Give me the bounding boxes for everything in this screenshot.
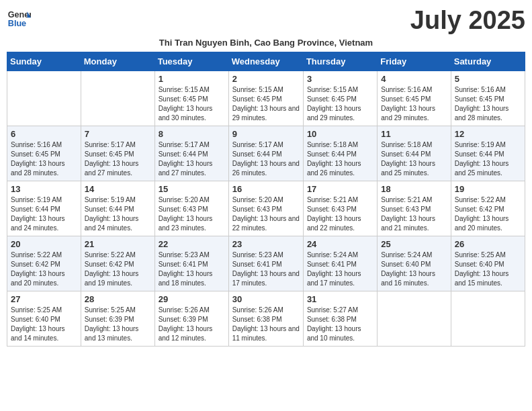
subtitle: Thi Tran Nguyen Binh, Cao Bang Province,…: [7, 38, 525, 48]
weekday-header-saturday: Saturday: [451, 52, 525, 71]
day-number: 9: [232, 129, 300, 139]
calendar-cell: 25Sunrise: 5:24 AM Sunset: 6:40 PM Dayli…: [378, 236, 451, 291]
day-number: 13: [11, 184, 77, 194]
day-number: 21: [85, 239, 151, 249]
day-info: Sunrise: 5:25 AM Sunset: 6:39 PM Dayligh…: [85, 306, 151, 343]
day-number: 30: [232, 294, 300, 304]
month-title: July 2025: [410, 7, 525, 35]
calendar-cell: 7Sunrise: 5:17 AM Sunset: 6:45 PM Daylig…: [81, 126, 154, 181]
weekday-header-monday: Monday: [81, 52, 154, 71]
weekday-header-wednesday: Wednesday: [228, 52, 303, 71]
calendar-cell: [378, 291, 451, 346]
title-section: July 2025: [410, 7, 525, 35]
calendar-cell: [7, 71, 81, 126]
day-info: Sunrise: 5:16 AM Sunset: 6:45 PM Dayligh…: [455, 85, 521, 123]
day-number: 4: [381, 74, 447, 84]
calendar-cell: 1Sunrise: 5:15 AM Sunset: 6:45 PM Daylig…: [154, 71, 228, 126]
calendar-cell: 30Sunrise: 5:26 AM Sunset: 6:38 PM Dayli…: [228, 291, 303, 346]
day-info: Sunrise: 5:19 AM Sunset: 6:44 PM Dayligh…: [11, 195, 77, 233]
calendar-cell: [451, 291, 525, 346]
weekday-header-friday: Friday: [378, 52, 451, 71]
day-number: 27: [11, 294, 77, 304]
day-number: 31: [307, 294, 373, 304]
day-number: 20: [11, 239, 77, 249]
day-number: 22: [159, 239, 225, 249]
day-number: 25: [381, 239, 447, 249]
day-info: Sunrise: 5:20 AM Sunset: 6:43 PM Dayligh…: [232, 195, 300, 233]
calendar-body: 1Sunrise: 5:15 AM Sunset: 6:45 PM Daylig…: [7, 71, 525, 346]
logo-icon: General Blue: [7, 7, 31, 31]
day-info: Sunrise: 5:21 AM Sunset: 6:43 PM Dayligh…: [307, 195, 373, 233]
calendar-week-5: 27Sunrise: 5:25 AM Sunset: 6:40 PM Dayli…: [7, 291, 525, 346]
calendar-cell: 31Sunrise: 5:27 AM Sunset: 6:38 PM Dayli…: [303, 291, 377, 346]
calendar-week-1: 1Sunrise: 5:15 AM Sunset: 6:45 PM Daylig…: [7, 71, 525, 126]
calendar-cell: 12Sunrise: 5:19 AM Sunset: 6:44 PM Dayli…: [451, 126, 525, 181]
weekday-header-sunday: Sunday: [7, 52, 81, 71]
day-info: Sunrise: 5:16 AM Sunset: 6:45 PM Dayligh…: [11, 140, 77, 178]
day-info: Sunrise: 5:15 AM Sunset: 6:45 PM Dayligh…: [159, 85, 225, 123]
day-info: Sunrise: 5:18 AM Sunset: 6:44 PM Dayligh…: [307, 140, 373, 178]
calendar-cell: 6Sunrise: 5:16 AM Sunset: 6:45 PM Daylig…: [7, 126, 81, 181]
day-info: Sunrise: 5:27 AM Sunset: 6:38 PM Dayligh…: [307, 306, 373, 343]
day-number: 8: [159, 129, 225, 139]
calendar-cell: 29Sunrise: 5:26 AM Sunset: 6:39 PM Dayli…: [154, 291, 228, 346]
calendar-week-4: 20Sunrise: 5:22 AM Sunset: 6:42 PM Dayli…: [7, 236, 525, 291]
day-info: Sunrise: 5:19 AM Sunset: 6:44 PM Dayligh…: [455, 140, 521, 178]
day-number: 12: [455, 129, 521, 139]
day-info: Sunrise: 5:23 AM Sunset: 6:41 PM Dayligh…: [159, 250, 225, 288]
weekday-header-thursday: Thursday: [303, 52, 377, 71]
calendar-cell: 13Sunrise: 5:19 AM Sunset: 6:44 PM Dayli…: [7, 181, 81, 236]
calendar-cell: 26Sunrise: 5:25 AM Sunset: 6:40 PM Dayli…: [451, 236, 525, 291]
day-info: Sunrise: 5:18 AM Sunset: 6:44 PM Dayligh…: [381, 140, 447, 178]
day-number: 10: [307, 129, 373, 139]
calendar-cell: 9Sunrise: 5:17 AM Sunset: 6:44 PM Daylig…: [228, 126, 303, 181]
day-info: Sunrise: 5:17 AM Sunset: 6:44 PM Dayligh…: [159, 140, 225, 178]
calendar-table: SundayMondayTuesdayWednesdayThursdayFrid…: [7, 52, 525, 347]
day-number: 16: [232, 184, 300, 194]
day-number: 23: [232, 239, 300, 249]
day-number: 1: [159, 74, 225, 84]
day-number: 6: [11, 129, 77, 139]
day-number: 18: [381, 184, 447, 194]
day-info: Sunrise: 5:17 AM Sunset: 6:45 PM Dayligh…: [85, 140, 151, 178]
calendar-cell: 18Sunrise: 5:21 AM Sunset: 6:43 PM Dayli…: [378, 181, 451, 236]
calendar-cell: 15Sunrise: 5:20 AM Sunset: 6:43 PM Dayli…: [154, 181, 228, 236]
day-info: Sunrise: 5:25 AM Sunset: 6:40 PM Dayligh…: [455, 250, 521, 288]
day-number: 15: [159, 184, 225, 194]
day-info: Sunrise: 5:22 AM Sunset: 6:42 PM Dayligh…: [85, 250, 151, 288]
day-info: Sunrise: 5:21 AM Sunset: 6:43 PM Dayligh…: [381, 195, 447, 233]
day-number: 14: [85, 184, 151, 194]
day-info: Sunrise: 5:25 AM Sunset: 6:40 PM Dayligh…: [11, 306, 77, 343]
day-number: 19: [455, 184, 521, 194]
day-number: 2: [232, 74, 300, 84]
calendar-cell: [81, 71, 154, 126]
calendar-cell: 10Sunrise: 5:18 AM Sunset: 6:44 PM Dayli…: [303, 126, 377, 181]
calendar-cell: 21Sunrise: 5:22 AM Sunset: 6:42 PM Dayli…: [81, 236, 154, 291]
day-info: Sunrise: 5:22 AM Sunset: 6:42 PM Dayligh…: [455, 195, 521, 233]
day-info: Sunrise: 5:15 AM Sunset: 6:45 PM Dayligh…: [307, 85, 373, 123]
calendar-cell: 11Sunrise: 5:18 AM Sunset: 6:44 PM Dayli…: [378, 126, 451, 181]
day-number: 7: [85, 129, 151, 139]
calendar-cell: 27Sunrise: 5:25 AM Sunset: 6:40 PM Dayli…: [7, 291, 81, 346]
day-info: Sunrise: 5:20 AM Sunset: 6:43 PM Dayligh…: [159, 195, 225, 233]
calendar-week-2: 6Sunrise: 5:16 AM Sunset: 6:45 PM Daylig…: [7, 126, 525, 181]
page-header: General Blue July 2025: [7, 7, 525, 35]
calendar-header-row: SundayMondayTuesdayWednesdayThursdayFrid…: [7, 52, 525, 71]
day-info: Sunrise: 5:17 AM Sunset: 6:44 PM Dayligh…: [232, 140, 300, 178]
day-number: 28: [85, 294, 151, 304]
weekday-header-tuesday: Tuesday: [154, 52, 228, 71]
day-number: 11: [381, 129, 447, 139]
calendar-cell: 14Sunrise: 5:19 AM Sunset: 6:44 PM Dayli…: [81, 181, 154, 236]
calendar-cell: 5Sunrise: 5:16 AM Sunset: 6:45 PM Daylig…: [451, 71, 525, 126]
calendar-cell: 3Sunrise: 5:15 AM Sunset: 6:45 PM Daylig…: [303, 71, 377, 126]
calendar-cell: 16Sunrise: 5:20 AM Sunset: 6:43 PM Dayli…: [228, 181, 303, 236]
calendar-cell: 17Sunrise: 5:21 AM Sunset: 6:43 PM Dayli…: [303, 181, 377, 236]
day-info: Sunrise: 5:26 AM Sunset: 6:38 PM Dayligh…: [232, 306, 300, 343]
day-info: Sunrise: 5:22 AM Sunset: 6:42 PM Dayligh…: [11, 250, 77, 288]
day-number: 17: [307, 184, 373, 194]
day-number: 3: [307, 74, 373, 84]
calendar-cell: 28Sunrise: 5:25 AM Sunset: 6:39 PM Dayli…: [81, 291, 154, 346]
day-info: Sunrise: 5:26 AM Sunset: 6:39 PM Dayligh…: [159, 306, 225, 343]
calendar-cell: 4Sunrise: 5:16 AM Sunset: 6:45 PM Daylig…: [378, 71, 451, 126]
day-number: 5: [455, 74, 521, 84]
